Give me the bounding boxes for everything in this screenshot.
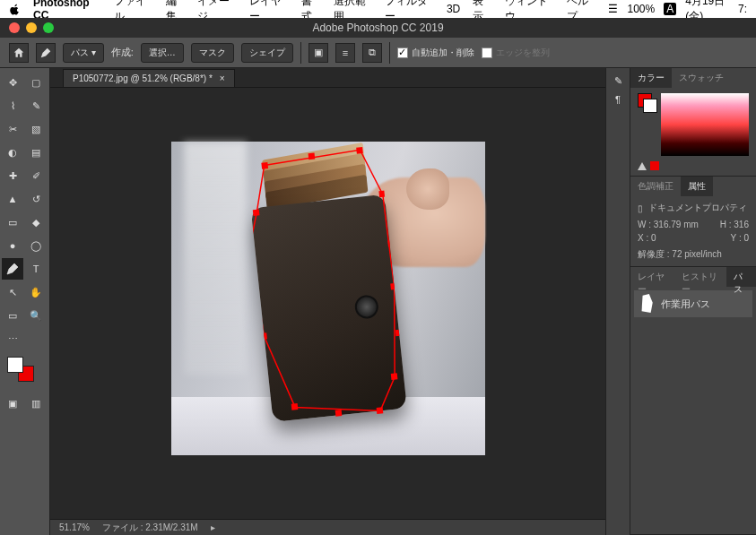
tool-rectangle[interactable]: ▭ — [2, 305, 23, 326]
tab-swatches[interactable]: スウォッチ — [672, 68, 731, 88]
tool-brush[interactable]: ✐ — [25, 165, 47, 186]
tool-stamp[interactable]: ▲ — [2, 188, 23, 210]
color-swatch-pair[interactable] — [638, 93, 657, 113]
menu-time: 7: — [738, 3, 747, 15]
tool-bucket[interactable]: ◆ — [25, 211, 47, 233]
tool-hand[interactable]: ✋ — [25, 281, 47, 303]
photo-image — [171, 142, 485, 455]
prop-x: 0 — [651, 233, 656, 243]
tool-misc[interactable]: ⋯ — [2, 328, 23, 349]
tool-heal[interactable]: ✚ — [2, 165, 23, 186]
paths-panel: レイヤー ヒストリー パス 作業用パス — [630, 267, 756, 535]
tool-path-select[interactable]: ↖ — [2, 281, 23, 303]
path-thumb-icon — [639, 294, 656, 314]
zoom-level[interactable]: 51.17% — [59, 522, 90, 532]
close-tab-icon[interactable]: × — [220, 73, 225, 83]
wifi-icon[interactable]: ☰ — [608, 3, 618, 15]
pen-tool-preset-icon[interactable] — [36, 43, 56, 63]
tool-eraser[interactable]: ▭ — [2, 211, 23, 233]
mac-menubar: Photoshop CC ファイル 編集 イメージ レイヤー 書式 選択範囲 フ… — [0, 0, 756, 18]
prop-y: 0 — [743, 233, 749, 243]
path-item-label: 作業用パス — [661, 298, 710, 311]
apple-icon[interactable] — [9, 4, 21, 15]
tool-lasso[interactable]: ⌇ — [2, 95, 23, 116]
tool-history-brush[interactable]: ↺ — [25, 188, 47, 210]
tab-history[interactable]: ヒストリー — [674, 267, 726, 287]
tab-layers[interactable]: レイヤー — [630, 267, 674, 287]
mode-dropdown[interactable]: パス ▾ — [63, 43, 104, 63]
toolbox: ✥▢ ⌇✎ ✂▧ ◐▤ ✚✐ ▲↺ ▭◆ ●◯ T ↖✋ ▭🔍 ⋯ ▣▥ — [0, 68, 50, 535]
options-bar: パス ▾ 作成: 選択… マスク シェイプ ▣ ≡ ⧉ 自動追加・削除 エッジを… — [0, 38, 756, 68]
quickmask-icon[interactable]: ▣ — [2, 393, 23, 414]
color-panel: カラー スウォッチ — [630, 68, 756, 177]
tool-move[interactable]: ✥ — [2, 72, 23, 93]
document-tabs: P1050772.jpg @ 51.2% (RGB/8*) * × — [50, 68, 605, 88]
battery-label: 100% — [627, 3, 655, 15]
prop-width: 316.79 mm — [654, 220, 699, 229]
document-status-bar: 51.17% ファイル : 2.31M/2.31M ▸ — [50, 519, 605, 535]
menu-3d[interactable]: 3D — [447, 3, 460, 15]
canvas[interactable] — [50, 88, 605, 519]
panel-dock-strip: ✎ ¶ — [605, 68, 630, 535]
tool-crop[interactable]: ✂ — [2, 118, 23, 140]
color-swatches[interactable] — [2, 357, 48, 385]
tool-blur[interactable]: ● — [2, 235, 23, 256]
zoom-window-icon[interactable] — [43, 22, 54, 33]
screenmode-icon[interactable]: ▥ — [25, 393, 47, 414]
close-window-icon[interactable] — [9, 22, 20, 33]
properties-panel: 色調補正 属性 ▯ ドキュメントプロパティ W : 316.79 mm H : … — [630, 177, 756, 267]
tool-dodge[interactable]: ◯ — [25, 235, 47, 256]
tool-type[interactable]: T — [25, 258, 47, 280]
svg-rect-14 — [252, 290, 259, 298]
prop-height: 316 — [734, 220, 749, 229]
align-edges-checkbox[interactable]: エッジを整列 — [482, 47, 550, 59]
tab-properties[interactable]: 属性 — [681, 177, 713, 196]
window-controls — [9, 22, 54, 33]
tool-marquee[interactable]: ▢ — [25, 72, 47, 93]
tab-color[interactable]: カラー — [630, 68, 672, 88]
status-disclosure-icon[interactable]: ▸ — [211, 522, 215, 532]
ime-indicator[interactable]: A — [664, 3, 676, 15]
path-align-icon[interactable]: ≡ — [335, 43, 355, 63]
color-ramp[interactable] — [661, 93, 749, 156]
gamut-warning-icon[interactable] — [638, 162, 647, 170]
tool-ruler[interactable]: ▤ — [25, 142, 47, 163]
wallet-graphic — [245, 144, 407, 426]
document-area: P1050772.jpg @ 51.2% (RGB/8*) * × — [50, 68, 605, 535]
tool-frame[interactable]: ▧ — [25, 118, 47, 140]
ps-titlebar: Adobe Photoshop CC 2019 — [0, 18, 756, 38]
file-size: ファイル : 2.31M/2.31M — [102, 522, 198, 534]
current-color-chip[interactable] — [650, 161, 659, 170]
document-tab-label: P1050772.jpg @ 51.2% (RGB/8*) * — [73, 73, 213, 83]
properties-title: ドキュメントプロパティ — [648, 202, 747, 214]
foreground-swatch[interactable] — [7, 357, 23, 373]
tool-eyedropper[interactable]: ◐ — [2, 142, 23, 163]
make-shape-button[interactable]: シェイプ — [241, 43, 293, 63]
minimize-window-icon[interactable] — [26, 22, 37, 33]
tab-paths[interactable]: パス — [726, 267, 756, 287]
document-tab[interactable]: P1050772.jpg @ 51.2% (RGB/8*) * × — [63, 69, 235, 87]
home-icon[interactable] — [9, 43, 29, 63]
tab-adjustments[interactable]: 色調補正 — [630, 177, 681, 196]
paragraph-panel-icon[interactable]: ¶ — [615, 94, 621, 105]
path-ops-icon[interactable]: ▣ — [308, 43, 328, 63]
tool-quick-select[interactable]: ✎ — [25, 95, 47, 116]
auto-add-delete-checkbox[interactable]: 自動追加・削除 — [397, 47, 474, 59]
brush-panel-icon[interactable]: ✎ — [614, 75, 622, 87]
make-label: 作成: — [111, 46, 134, 59]
tool-pen[interactable] — [2, 258, 23, 280]
make-selection-button[interactable]: 選択… — [141, 43, 184, 63]
prop-resolution: 解像度 : 72 pixel/inch — [638, 248, 749, 261]
panels: カラー スウォッチ 色調補正 属性 ▯ — [630, 68, 756, 535]
svg-rect-8 — [245, 244, 252, 251]
document-icon: ▯ — [638, 203, 643, 213]
tool-zoom[interactable]: 🔍 — [25, 305, 47, 326]
path-arrange-icon[interactable]: ⧉ — [362, 43, 382, 63]
make-mask-button[interactable]: マスク — [191, 43, 234, 63]
app-title: Adobe Photoshop CC 2019 — [312, 22, 443, 34]
